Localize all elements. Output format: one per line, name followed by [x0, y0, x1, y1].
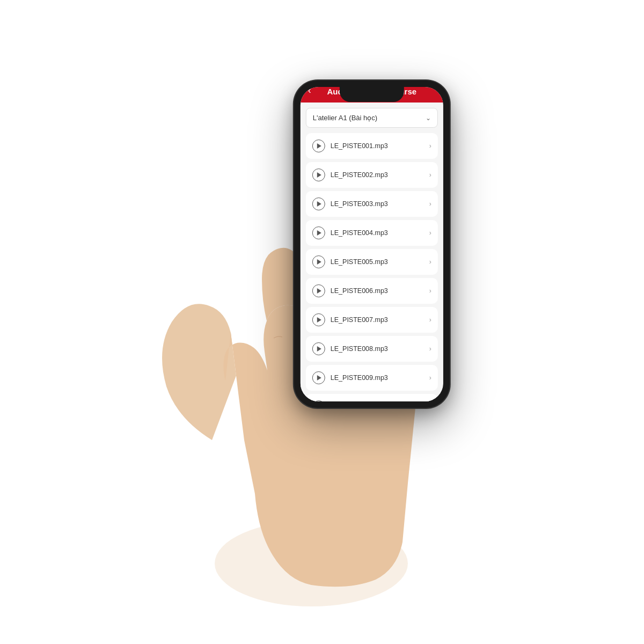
- play-icon: [312, 255, 325, 268]
- play-icon: [312, 400, 325, 401]
- audio-list-item[interactable]: LE_PISTE001.mp3 ›: [306, 133, 438, 159]
- audio-item-left: LE_PISTE009.mp3: [312, 371, 388, 384]
- svg-point-0: [215, 521, 408, 606]
- audio-filename: LE_PISTE006.mp3: [331, 287, 388, 295]
- audio-list-item[interactable]: LE_PISTE002.mp3 ›: [306, 162, 438, 188]
- notch: [340, 87, 404, 102]
- audio-item-left: LE_PISTE003.mp3: [312, 197, 388, 210]
- play-triangle-icon: [317, 317, 321, 323]
- play-icon: [312, 169, 325, 181]
- play-triangle-icon: [317, 172, 321, 178]
- audio-filename: LE_PISTE001.mp3: [331, 142, 388, 150]
- back-button[interactable]: ‹: [308, 87, 311, 96]
- play-triangle-icon: [317, 259, 321, 265]
- audio-list: LE_PISTE001.mp3 › LE_PISTE002.mp3 › LE_P…: [306, 133, 438, 401]
- audio-list-item[interactable]: LE_PISTE010.mp3 ›: [306, 394, 438, 401]
- phone-screen: ‹ Audio file of the course L'atelier A1 …: [301, 87, 443, 401]
- app-content: L'atelier A1 (Bài học) ⌄ LE_PISTE001.mp3…: [301, 103, 443, 401]
- audio-item-left: LE_PISTE010.mp3: [312, 400, 388, 401]
- chevron-right-icon: ›: [429, 316, 431, 324]
- chevron-right-icon: ›: [429, 171, 431, 179]
- chevron-right-icon: ›: [429, 142, 431, 150]
- chevron-right-icon: ›: [429, 287, 431, 295]
- audio-item-left: LE_PISTE001.mp3: [312, 140, 388, 152]
- audio-item-left: LE_PISTE005.mp3: [312, 255, 388, 268]
- play-triangle-icon: [317, 143, 321, 149]
- chevron-right-icon: ›: [429, 374, 431, 382]
- audio-item-left: LE_PISTE002.mp3: [312, 169, 388, 181]
- play-triangle-icon: [317, 346, 321, 352]
- audio-list-item[interactable]: LE_PISTE003.mp3 ›: [306, 191, 438, 217]
- audio-list-item[interactable]: LE_PISTE005.mp3 ›: [306, 249, 438, 275]
- play-triangle-icon: [317, 230, 321, 236]
- phone: ‹ Audio file of the course L'atelier A1 …: [294, 80, 450, 408]
- audio-item-left: LE_PISTE004.mp3: [312, 226, 388, 239]
- play-triangle-icon: [317, 375, 321, 380]
- course-dropdown[interactable]: L'atelier A1 (Bài học) ⌄: [306, 108, 438, 128]
- play-icon: [312, 284, 325, 297]
- audio-list-item[interactable]: LE_PISTE007.mp3 ›: [306, 307, 438, 333]
- phone-shell: ‹ Audio file of the course L'atelier A1 …: [294, 80, 450, 408]
- audio-list-item[interactable]: LE_PISTE004.mp3 ›: [306, 220, 438, 246]
- audio-filename: LE_PISTE004.mp3: [331, 229, 388, 237]
- audio-filename: LE_PISTE008.mp3: [331, 345, 388, 353]
- audio-filename: LE_PISTE009.mp3: [331, 374, 388, 382]
- chevron-right-icon: ›: [429, 345, 431, 353]
- dropdown-selected-value: L'atelier A1 (Bài học): [313, 114, 377, 122]
- audio-item-left: LE_PISTE007.mp3: [312, 313, 388, 326]
- play-triangle-icon: [317, 201, 321, 207]
- audio-filename: LE_PISTE007.mp3: [331, 316, 388, 324]
- play-icon: [312, 226, 325, 239]
- audio-item-left: LE_PISTE008.mp3: [312, 342, 388, 355]
- play-icon: [312, 197, 325, 210]
- play-triangle-icon: [317, 288, 321, 294]
- audio-list-item[interactable]: LE_PISTE006.mp3 ›: [306, 278, 438, 304]
- play-icon: [312, 313, 325, 326]
- play-icon: [312, 371, 325, 384]
- audio-filename: LE_PISTE002.mp3: [331, 171, 388, 179]
- chevron-right-icon: ›: [429, 258, 431, 266]
- play-icon: [312, 140, 325, 152]
- audio-list-item[interactable]: LE_PISTE009.mp3 ›: [306, 365, 438, 391]
- audio-filename: LE_PISTE003.mp3: [331, 200, 388, 208]
- scene: ‹ Audio file of the course L'atelier A1 …: [0, 0, 644, 644]
- chevron-right-icon: ›: [429, 200, 431, 208]
- chevron-right-icon: ›: [429, 229, 431, 237]
- audio-filename: LE_PISTE005.mp3: [331, 258, 388, 266]
- dropdown-arrow-icon: ⌄: [426, 114, 431, 122]
- play-icon: [312, 342, 325, 355]
- audio-list-item[interactable]: LE_PISTE008.mp3 ›: [306, 336, 438, 362]
- audio-item-left: LE_PISTE006.mp3: [312, 284, 388, 297]
